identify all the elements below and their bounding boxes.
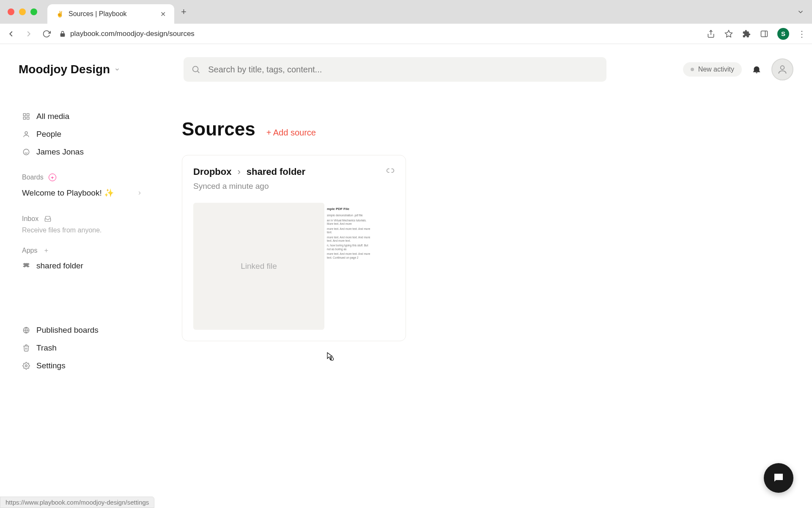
tab-favicon: ✌️ bbox=[56, 10, 63, 18]
sidepanel-icon[interactable] bbox=[760, 29, 769, 39]
browser-tab-strip: ✌️ Sources | Playbook ✕ + bbox=[0, 0, 812, 24]
inbox-subtext: Receive files from anyone. bbox=[19, 226, 146, 234]
sidebar-item-james[interactable]: James Jonas bbox=[19, 143, 146, 161]
add-app-button[interactable]: + bbox=[42, 247, 50, 254]
svg-point-4 bbox=[193, 66, 198, 72]
pdf-preview-line: more text. And more text. And more text. bbox=[327, 227, 372, 235]
workspace-name: Moodjoy Design bbox=[19, 63, 110, 76]
svg-rect-2 bbox=[761, 31, 768, 36]
window-minimize[interactable] bbox=[19, 8, 26, 15]
svg-rect-8 bbox=[27, 113, 29, 116]
share-icon[interactable] bbox=[706, 29, 716, 39]
gear-icon bbox=[22, 362, 30, 370]
browser-menu-icon[interactable]: ⋮ bbox=[798, 29, 806, 39]
sidebar: All media People James Jonas Boards + bbox=[0, 95, 156, 508]
address-bar[interactable]: playbook.com/moodjoy-design/sources bbox=[59, 30, 699, 38]
board-label: Welcome to Playbook! ✨ bbox=[22, 188, 114, 198]
window-controls bbox=[8, 8, 37, 15]
window-close[interactable] bbox=[8, 8, 14, 15]
sidebar-item-label: James Jonas bbox=[36, 147, 84, 157]
pdf-preview-line: an in Virtual Mechanics tutorials. More … bbox=[327, 219, 372, 226]
svg-marker-1 bbox=[725, 30, 732, 37]
extensions-icon[interactable] bbox=[742, 29, 751, 39]
sidebar-item-published[interactable]: Published boards bbox=[19, 321, 146, 339]
sidebar-item-label: Settings bbox=[36, 361, 66, 370]
sidebar-board-welcome[interactable]: Welcome to Playbook! ✨ bbox=[19, 184, 146, 202]
chat-fab[interactable] bbox=[764, 463, 793, 493]
search-box bbox=[184, 57, 606, 82]
sidebar-heading-inbox[interactable]: Inbox bbox=[19, 212, 146, 226]
forward-button[interactable] bbox=[24, 29, 34, 39]
pdf-preview-line: n, how boring typing this stuff. But not… bbox=[327, 244, 372, 251]
svg-rect-9 bbox=[23, 117, 25, 119]
activity-dot-icon bbox=[691, 68, 694, 71]
trash-icon bbox=[22, 344, 30, 352]
new-activity-label: New activity bbox=[698, 66, 734, 73]
sidebar-item-trash[interactable]: Trash bbox=[19, 339, 146, 357]
svg-point-12 bbox=[23, 149, 29, 155]
sidebar-item-all-media[interactable]: All media bbox=[19, 108, 146, 125]
sidebar-item-people[interactable]: People bbox=[19, 125, 146, 143]
source-provider: Dropbox bbox=[193, 166, 231, 177]
browser-tab[interactable]: ✌️ Sources | Playbook ✕ bbox=[47, 4, 174, 24]
reload-button[interactable] bbox=[41, 29, 52, 39]
user-avatar[interactable] bbox=[771, 58, 793, 80]
sidebar-item-label: Trash bbox=[36, 343, 57, 353]
window-zoom[interactable] bbox=[30, 8, 37, 15]
sidebar-item-label: All media bbox=[36, 112, 69, 121]
bookmark-star-icon[interactable] bbox=[724, 29, 733, 39]
notifications-bell-icon[interactable] bbox=[752, 65, 761, 74]
app-root: Moodjoy Design New activity bbox=[0, 44, 812, 508]
url-text: playbook.com/moodjoy-design/sources bbox=[70, 30, 195, 38]
source-thumbnails: Linked file mple PDF File simple demonst… bbox=[193, 203, 395, 330]
sidebar-item-label: People bbox=[36, 130, 61, 139]
pdf-thumbnail[interactable]: mple PDF File simple demonstration .pdf … bbox=[327, 203, 372, 330]
heading-label: Inbox bbox=[22, 215, 38, 223]
search-input[interactable] bbox=[184, 57, 606, 82]
svg-line-5 bbox=[198, 71, 199, 73]
workspace-switcher[interactable]: Moodjoy Design bbox=[19, 63, 120, 76]
tab-close-icon[interactable]: ✕ bbox=[160, 10, 166, 18]
heading-label: Apps bbox=[22, 247, 37, 254]
grid-icon bbox=[22, 112, 30, 121]
unlink-icon[interactable] bbox=[386, 166, 395, 175]
sidebar-heading-boards: Boards + bbox=[19, 171, 146, 184]
main-content: Sources + Add source Dropbox › shared fo… bbox=[156, 95, 812, 508]
svg-rect-7 bbox=[23, 113, 25, 116]
header-right: New activity bbox=[683, 58, 793, 80]
back-button[interactable] bbox=[6, 29, 16, 39]
tabs-overflow-icon[interactable] bbox=[797, 8, 804, 16]
chevron-down-icon bbox=[114, 66, 120, 72]
sidebar-item-settings[interactable]: Settings bbox=[19, 357, 146, 375]
tab-title: Sources | Playbook bbox=[69, 10, 155, 18]
pdf-preview-line: simple demonstration .pdf file bbox=[327, 214, 372, 217]
app-label: shared folder bbox=[36, 261, 83, 271]
linked-file-thumbnail[interactable]: Linked file bbox=[193, 203, 324, 330]
inbox-icon bbox=[44, 215, 52, 223]
sidebar-app-shared-folder[interactable]: shared folder bbox=[19, 257, 146, 275]
add-source-button[interactable]: + Add source bbox=[266, 128, 316, 138]
chevron-right-icon bbox=[137, 190, 143, 196]
browser-profile-badge[interactable]: S bbox=[777, 28, 789, 40]
status-bar-url: https://www.playbook.com/moodjoy-design/… bbox=[0, 497, 154, 508]
toolbar-right: S ⋮ bbox=[706, 28, 806, 40]
synced-status: Synced a minute ago bbox=[193, 182, 395, 191]
sidebar-heading-apps: Apps + bbox=[19, 244, 146, 257]
sidebar-item-label: Published boards bbox=[36, 326, 99, 335]
app-body: All media People James Jonas Boards + bbox=[0, 95, 812, 508]
page-title: Sources bbox=[182, 119, 255, 140]
source-folder: shared folder bbox=[247, 166, 305, 177]
source-card[interactable]: Dropbox › shared folder Synced a minute … bbox=[182, 155, 406, 341]
add-board-button[interactable]: + bbox=[49, 174, 56, 181]
app-header: Moodjoy Design New activity bbox=[0, 44, 812, 95]
source-breadcrumb: Dropbox › shared folder bbox=[193, 166, 305, 177]
page-title-row: Sources + Add source bbox=[182, 119, 787, 140]
svg-point-6 bbox=[781, 66, 785, 69]
pdf-preview-title: mple PDF File bbox=[327, 207, 372, 211]
pdf-preview-line: more text. And more text. And more text.… bbox=[327, 252, 372, 260]
person-icon bbox=[22, 130, 30, 138]
new-activity-pill[interactable]: New activity bbox=[683, 62, 742, 77]
new-tab-button[interactable]: + bbox=[181, 6, 187, 17]
linked-file-label: Linked file bbox=[241, 262, 277, 271]
breadcrumb-separator: › bbox=[237, 166, 240, 177]
